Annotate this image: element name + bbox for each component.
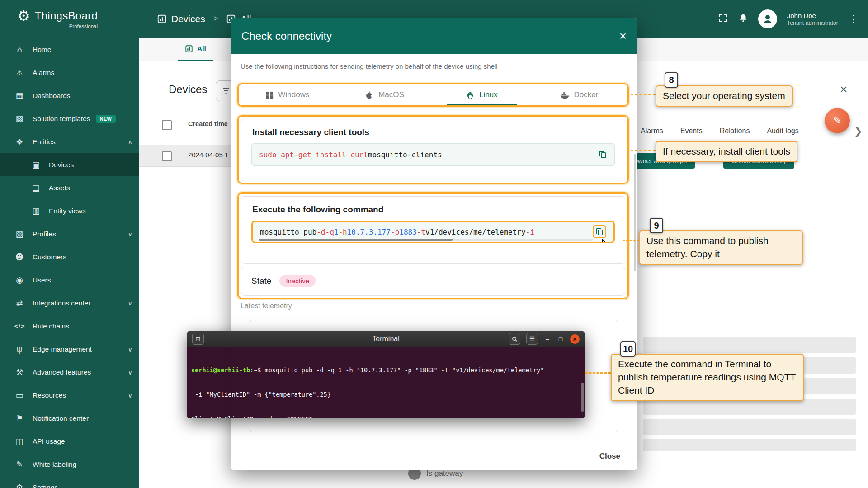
- home-icon: ⌂: [14, 45, 25, 54]
- connector-line: [631, 150, 656, 151]
- row-checkbox[interactable]: [162, 151, 172, 161]
- dialog-close-button[interactable]: Close: [595, 448, 625, 465]
- tour-callout-terminal: Execute the command in Terminal to publi…: [611, 354, 804, 401]
- terminal-search-button[interactable]: [509, 333, 520, 345]
- terminal-titlebar[interactable]: ⊞ Terminal ☰ – □ ×: [187, 331, 585, 347]
- dialog-scrollbar[interactable]: [634, 154, 636, 271]
- execute-code-block: mosquitto_pub -d -q 1 -h 10.7.3.177 -p 1…: [251, 221, 615, 243]
- copy-icon: [598, 150, 607, 159]
- linux-penguin-icon: [466, 90, 475, 99]
- kebab-menu-button[interactable]: ⋮: [848, 14, 859, 24]
- detail-close-icon[interactable]: ×: [840, 83, 847, 96]
- sidebar-item-white-labeling[interactable]: ✎White labeling: [0, 453, 139, 476]
- terminal-new-tab-button[interactable]: ⊞: [192, 333, 204, 345]
- terminal-minimize-button[interactable]: –: [544, 335, 551, 343]
- copy-command-button[interactable]: [593, 225, 606, 238]
- tour-step-number: 8: [665, 72, 678, 88]
- filter-icon: [222, 86, 231, 95]
- chevron-down-icon: ∨: [128, 346, 132, 353]
- sidebar-item-solution-templates[interactable]: ▩Solution templatesNEW: [0, 107, 139, 130]
- tab-macos[interactable]: MacOS: [336, 84, 433, 105]
- apple-icon: [365, 90, 374, 99]
- sidebar-item-customers[interactable]: ☻Customers: [0, 245, 139, 268]
- header-actions: John Doe Tenant administrator ⋮: [717, 0, 859, 38]
- alarms-icon: ⚠: [14, 68, 25, 77]
- sidebar-item-home[interactable]: ⌂Home: [0, 38, 139, 61]
- sidebar-item-dashboards[interactable]: ▦Dashboards: [0, 84, 139, 107]
- install-heading: Install necessary client tools: [252, 127, 615, 137]
- dialog-subtitle: Use the following instructions for sendi…: [241, 62, 498, 70]
- tour-callout-os: Select your operating system: [656, 85, 793, 107]
- breadcrumb-devices[interactable]: Devices: [171, 14, 205, 24]
- tab-relations[interactable]: Relations: [720, 127, 750, 135]
- user-avatar[interactable]: [758, 9, 777, 28]
- tab-events[interactable]: Events: [680, 127, 703, 135]
- person-icon: [762, 13, 774, 25]
- sidebar-item-integrations-center[interactable]: ⇄Integrations center∨: [0, 291, 139, 314]
- chevron-down-icon: ∨: [128, 392, 132, 399]
- fullscreen-button[interactable]: [717, 13, 728, 25]
- all-group-icon: [185, 45, 193, 53]
- magnifier-icon: [512, 336, 518, 342]
- sidebar-item-entity-views[interactable]: ▥Entity views: [0, 199, 139, 222]
- sidebar-item-api-usage[interactable]: ◫API usage: [0, 430, 139, 453]
- sidebar-item-assets[interactable]: ▤Assets: [0, 176, 139, 199]
- sidebar-item-notification-center[interactable]: ⚑Notification center: [0, 407, 139, 430]
- gateway-label: Is gateway: [426, 469, 463, 478]
- install-code-block: sudo apt-get install curl mosquitto-clie…: [251, 143, 615, 166]
- tab-windows[interactable]: Windows: [239, 84, 336, 105]
- dialog-close-icon[interactable]: ×: [619, 30, 627, 42]
- devices-icon: ▣: [30, 160, 42, 169]
- sidebar-item-resources[interactable]: ▭Resources∨: [0, 384, 139, 407]
- sidebar-item-alarms[interactable]: ⚠Alarms: [0, 61, 139, 84]
- sidebar-item-edge-management[interactable]: ψEdge management∨: [0, 338, 139, 361]
- terminal-line: Client MyClientID sending CONNECT: [191, 415, 580, 418]
- install-card: Install necessary client tools sudo apt-…: [241, 119, 625, 181]
- tab-linux[interactable]: Linux: [433, 84, 530, 105]
- tab-docker[interactable]: Docker: [530, 84, 627, 105]
- copy-install-button[interactable]: [598, 150, 607, 159]
- solution-templates-icon: ▩: [14, 114, 25, 123]
- sidebar-item-users[interactable]: ◉Users: [0, 268, 139, 291]
- tab-all[interactable]: All: [178, 38, 213, 61]
- user-name: John Doe: [787, 11, 838, 20]
- mouse-cursor-icon: [601, 239, 610, 243]
- sidebar-item-advanced-features[interactable]: ⚒Advanced features∨: [0, 361, 139, 384]
- user-role: Tenant administrator: [787, 20, 838, 26]
- sidebar-item-settings[interactable]: ⚙Settings: [0, 476, 139, 488]
- entities-icon: ❖: [14, 137, 25, 146]
- docker-icon: [560, 91, 570, 99]
- terminal-scrollbar[interactable]: [581, 383, 584, 412]
- placeholder-row: [643, 419, 856, 435]
- terminal-window: ⊞ Terminal ☰ – □ × serhii@serhii-tb:~$ m…: [187, 331, 585, 418]
- tabs-next-chevron[interactable]: ❯: [854, 126, 862, 137]
- tab-alarms[interactable]: Alarms: [641, 127, 663, 135]
- execute-section-highlight: Execute the following command mosquitto_…: [237, 192, 629, 299]
- copy-icon: [595, 227, 604, 236]
- chevron-down-icon: ∨: [128, 300, 132, 307]
- column-created-time[interactable]: Created time: [188, 120, 228, 127]
- dialog-title: Check connectivity: [241, 30, 332, 42]
- sidebar-item-rule-chains[interactable]: </>Rule chains: [0, 314, 139, 338]
- terminal-menu-button[interactable]: ☰: [526, 333, 538, 345]
- install-section-highlight: Install necessary client tools sudo apt-…: [237, 115, 629, 184]
- bell-icon: [738, 13, 748, 23]
- state-card: State Inactive: [241, 267, 625, 296]
- sidebar-item-devices[interactable]: ▣Devices: [0, 153, 139, 176]
- sidebar-nav: ⌂Home ⚠Alarms ▦Dashboards ▩Solution temp…: [0, 38, 139, 488]
- os-tabs-highlight: Windows MacOS Linux Docker: [237, 83, 629, 107]
- horizontal-scrollbar[interactable]: [259, 239, 593, 241]
- status-badge: Inactive: [279, 275, 316, 287]
- brand-name: ThingsBoard: [35, 9, 98, 22]
- terminal-close-button[interactable]: ×: [570, 334, 580, 344]
- tab-audit-logs[interactable]: Audit logs: [767, 127, 798, 135]
- notifications-button[interactable]: [738, 13, 748, 25]
- resources-icon: ▭: [14, 390, 25, 400]
- sidebar-item-profiles[interactable]: ▧Profiles∨: [0, 222, 139, 245]
- sidebar-item-entities[interactable]: ❖Entities∧: [0, 130, 139, 153]
- assets-icon: ▤: [30, 183, 42, 192]
- select-all-checkbox[interactable]: [162, 120, 172, 130]
- edit-fab-button[interactable]: ✎: [825, 108, 850, 133]
- terminal-maximize-button[interactable]: □: [557, 335, 564, 343]
- state-label: State: [251, 276, 271, 286]
